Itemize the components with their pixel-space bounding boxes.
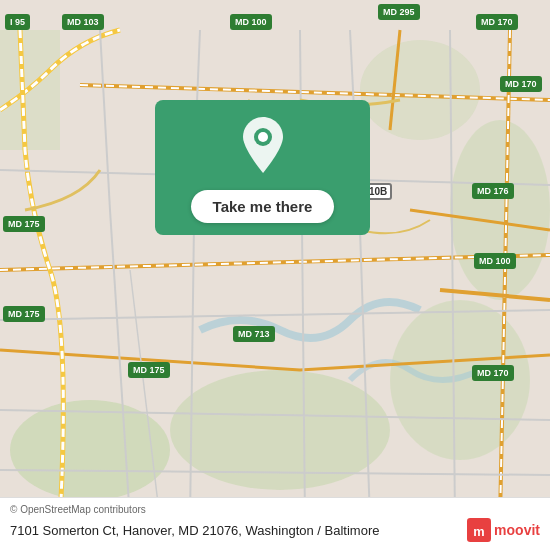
- attribution-text: © OpenStreetMap contributors: [10, 504, 540, 515]
- road-badge-md100-right: MD 100: [474, 253, 516, 269]
- moovit-logo: m moovit: [467, 518, 540, 542]
- bottom-bar: © OpenStreetMap contributors 7101 Somert…: [0, 497, 550, 550]
- address-text: 7101 Somerton Ct, Hanover, MD 21076, Was…: [10, 523, 467, 538]
- road-badge-md170-right: MD 170: [500, 76, 542, 92]
- road-badge-md170-bottom: MD 170: [472, 365, 514, 381]
- road-badge-md713: MD 713: [233, 326, 275, 342]
- road-badge-md103: MD 103: [62, 14, 104, 30]
- svg-point-8: [258, 132, 268, 142]
- road-badge-md175-left2: MD 175: [3, 306, 45, 322]
- map-background: [0, 0, 550, 550]
- svg-point-1: [10, 400, 170, 500]
- map-container: I 95 MD 103 MD 100 MD 295 MD 170 MD 170 …: [0, 0, 550, 550]
- bottom-content: 7101 Somerton Ct, Hanover, MD 21076, Was…: [10, 518, 540, 542]
- road-badge-md100-top: MD 100: [230, 14, 272, 30]
- overlay-card: Take me there: [155, 100, 370, 235]
- road-badge-md176: MD 176: [472, 183, 514, 199]
- road-badge-i95: I 95: [5, 14, 30, 30]
- road-badge-md175-left: MD 175: [3, 216, 45, 232]
- moovit-brand-icon: m: [467, 518, 491, 542]
- road-badge-md170-top: MD 170: [476, 14, 518, 30]
- svg-point-6: [360, 40, 480, 140]
- road-badge-md295: MD 295: [378, 4, 420, 20]
- road-badge-md175-bottom: MD 175: [128, 362, 170, 378]
- svg-text:m: m: [473, 524, 484, 539]
- take-me-there-button[interactable]: Take me there: [191, 190, 335, 223]
- location-pin-icon: [240, 117, 286, 173]
- moovit-label: moovit: [494, 522, 540, 538]
- pin-area: [155, 100, 370, 190]
- svg-point-4: [450, 120, 550, 300]
